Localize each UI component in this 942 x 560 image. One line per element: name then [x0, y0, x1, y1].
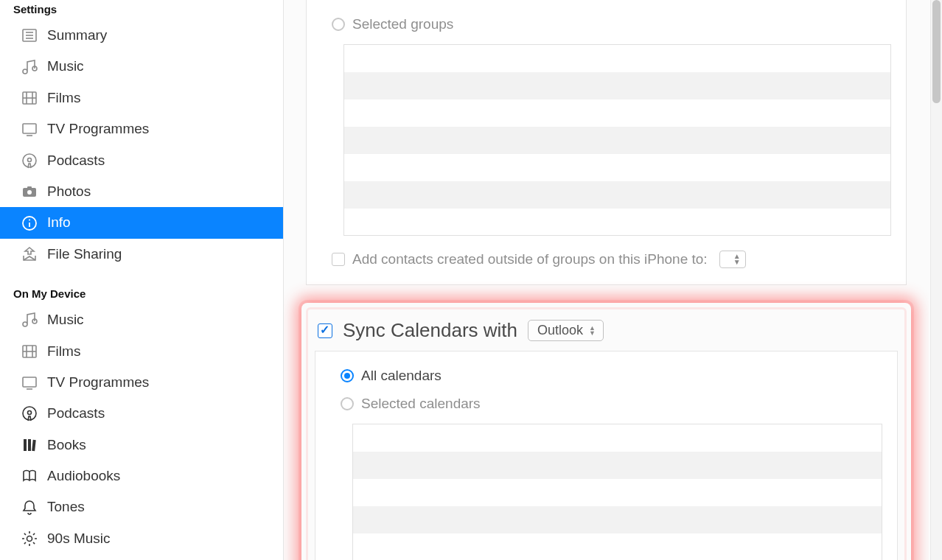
sidebar-item-tv[interactable]: TV Programmes [0, 113, 283, 144]
svg-point-11 [23, 154, 36, 167]
sync-calendars-checkbox[interactable] [318, 323, 332, 338]
svg-point-27 [28, 411, 32, 415]
sidebar-item-label: Audiobooks [47, 465, 120, 487]
select-value: Outlook [537, 323, 583, 338]
svg-rect-9 [23, 124, 36, 133]
scroll-area: Selected groups Add contacts created out… [284, 0, 929, 560]
tv-icon [21, 120, 38, 138]
sidebar-item-label: Photos [47, 181, 91, 203]
device-header: On My Device [0, 284, 283, 304]
contacts-panel: Selected groups Add contacts created out… [306, 0, 907, 285]
sidebar-item-label: Podcasts [47, 150, 105, 172]
sidebar-item-label: TV Programmes [47, 371, 149, 393]
sidebar-item-films[interactable]: Films [0, 83, 283, 113]
radio-selected-calendars[interactable]: Selected calendars [330, 393, 882, 421]
sidebar-item-label: Music [47, 309, 84, 331]
sidebar-item-label: TV Programmes [47, 118, 149, 140]
podcasts-icon [21, 405, 38, 422]
scrollbar[interactable] [930, 0, 942, 560]
sidebar-item-label: Podcasts [47, 402, 105, 424]
sidebar-item-label: 90s Music [47, 528, 111, 550]
calendars-listbox[interactable] [352, 424, 882, 560]
sidebar-item-device-films[interactable]: Films [0, 336, 283, 367]
podcasts-icon [21, 152, 38, 169]
calendars-section: Sync Calendars with Outlook ▲▼ All calen… [306, 307, 907, 560]
sidebar-item-label: Films [47, 87, 80, 109]
sidebar-item-device-tv[interactable]: TV Programmes [0, 367, 283, 398]
filesharing-icon [21, 245, 38, 263]
sidebar-item-label: Music [47, 55, 84, 77]
svg-rect-29 [28, 439, 31, 451]
sidebar-item-summary[interactable]: Summary [0, 20, 283, 51]
settings-header: Settings [0, 0, 283, 20]
svg-rect-15 [27, 186, 32, 189]
films-icon [21, 343, 38, 360]
updown-icon: ▲▼ [733, 253, 741, 265]
sidebar: Settings Summary Music Films TV Programm… [0, 0, 284, 560]
svg-rect-24 [23, 377, 36, 387]
sidebar-item-label: Summary [47, 24, 107, 46]
sidebar-item-music[interactable]: Music [0, 51, 283, 82]
add-outside-label: Add contacts created outside of groups o… [352, 251, 708, 267]
radio-label: All calendars [361, 368, 442, 384]
add-outside-select[interactable]: ▲▼ [719, 251, 746, 268]
svg-point-18 [29, 219, 30, 220]
radio-selected-groups[interactable]: Selected groups [321, 13, 891, 41]
add-outside-row: Add contacts created outside of groups o… [321, 246, 891, 268]
radio-icon [341, 369, 354, 382]
svg-point-26 [23, 407, 36, 420]
calendars-app-select[interactable]: Outlook ▲▼ [528, 320, 604, 341]
svg-point-32 [27, 536, 32, 542]
sidebar-item-device-books[interactable]: Books [0, 430, 283, 461]
sidebar-item-file-sharing[interactable]: File Sharing [0, 239, 283, 270]
books-icon [21, 436, 38, 454]
scrollbar-thumb[interactable] [932, 0, 941, 103]
groups-listbox[interactable] [343, 44, 891, 236]
main-pane: Selected groups Add contacts created out… [284, 0, 942, 560]
svg-rect-30 [32, 440, 36, 451]
tv-icon [21, 374, 38, 391]
sidebar-item-device-audiobooks[interactable]: Audiobooks [0, 461, 283, 491]
svg-point-14 [27, 190, 32, 195]
music-icon [21, 58, 38, 76]
radio-icon [341, 397, 354, 410]
radio-label: Selected calendars [361, 396, 481, 412]
photos-icon [21, 183, 38, 200]
sidebar-item-label: Books [47, 434, 86, 456]
music-icon [21, 311, 38, 329]
sidebar-item-device-tones[interactable]: Tones [0, 491, 283, 522]
films-icon [21, 89, 38, 107]
tones-icon [21, 499, 38, 517]
calendars-panel: All calendars Selected calendars [315, 351, 898, 560]
radio-all-calendars[interactable]: All calendars [330, 365, 882, 393]
audiobooks-icon [21, 467, 38, 485]
sidebar-item-photos[interactable]: Photos [0, 176, 283, 207]
radio-label: Selected groups [352, 16, 453, 32]
radio-icon [332, 18, 345, 31]
summary-icon [21, 27, 38, 44]
sidebar-item-label: Tones [47, 496, 85, 518]
sidebar-item-info[interactable]: Info [0, 207, 283, 238]
calendars-title-row: Sync Calendars with Outlook ▲▼ [315, 316, 898, 351]
calendars-title: Sync Calendars with [343, 319, 517, 342]
sidebar-item-device-music[interactable]: Music [0, 304, 283, 335]
svg-point-12 [28, 158, 32, 161]
sidebar-item-device-podcasts[interactable]: Podcasts [0, 398, 283, 429]
updown-icon: ▲▼ [589, 326, 596, 336]
sidebar-item-device-classical[interactable]: Classical Music [0, 554, 283, 560]
gear-icon [21, 530, 38, 547]
checkbox-icon[interactable] [332, 253, 345, 266]
sidebar-item-device-90s[interactable]: 90s Music [0, 523, 283, 554]
svg-rect-28 [24, 439, 27, 451]
sidebar-item-podcasts[interactable]: Podcasts [0, 145, 283, 176]
sidebar-item-label: Info [47, 211, 71, 234]
sidebar-item-label: Films [47, 340, 80, 363]
info-icon [21, 214, 38, 232]
sidebar-item-label: File Sharing [47, 243, 122, 265]
